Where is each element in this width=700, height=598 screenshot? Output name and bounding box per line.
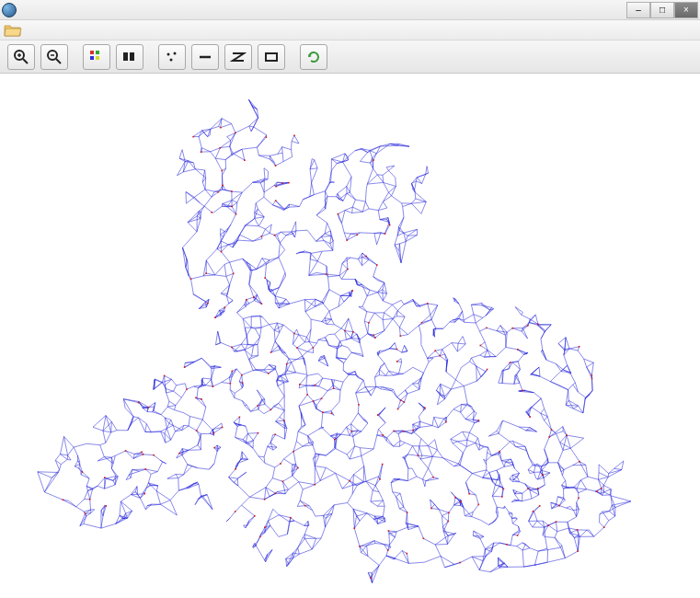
svg-rect-159 bbox=[220, 127, 222, 129]
svg-rect-134 bbox=[290, 517, 292, 519]
svg-rect-30 bbox=[270, 351, 272, 353]
svg-rect-81 bbox=[370, 577, 372, 579]
open-folder-icon[interactable] bbox=[4, 23, 22, 38]
svg-rect-190 bbox=[448, 512, 450, 514]
svg-rect-121 bbox=[280, 463, 281, 465]
svg-rect-135 bbox=[374, 337, 376, 339]
svg-rect-120 bbox=[454, 497, 456, 499]
svg-rect-38 bbox=[591, 378, 593, 380]
svg-rect-97 bbox=[293, 333, 295, 335]
svg-rect-128 bbox=[89, 499, 91, 500]
refresh-button[interactable] bbox=[300, 44, 327, 70]
svg-rect-43 bbox=[331, 413, 333, 415]
close-button[interactable]: × bbox=[674, 2, 698, 18]
svg-rect-200 bbox=[503, 489, 505, 490]
svg-rect-151 bbox=[242, 382, 244, 384]
svg-rect-131 bbox=[222, 170, 224, 172]
svg-rect-156 bbox=[201, 152, 202, 154]
bw-layers-icon bbox=[121, 49, 138, 65]
line-button[interactable] bbox=[191, 44, 219, 70]
svg-rect-21 bbox=[354, 528, 356, 530]
svg-rect-80 bbox=[282, 481, 284, 483]
minimize-button[interactable]: – bbox=[626, 2, 650, 18]
svg-rect-8 bbox=[96, 51, 99, 54]
bw-layers-button[interactable] bbox=[116, 44, 143, 70]
svg-rect-45 bbox=[373, 159, 374, 161]
window-titlebar: – □ × bbox=[0, 0, 700, 20]
svg-rect-198 bbox=[603, 526, 605, 528]
svg-rect-178 bbox=[313, 347, 315, 349]
svg-rect-143 bbox=[365, 256, 367, 258]
svg-rect-201 bbox=[537, 488, 539, 489]
svg-rect-150 bbox=[257, 405, 258, 407]
svg-rect-194 bbox=[542, 475, 544, 477]
svg-point-15 bbox=[170, 58, 173, 61]
svg-rect-98 bbox=[268, 373, 270, 374]
svg-rect-185 bbox=[244, 159, 246, 161]
svg-rect-73 bbox=[264, 277, 266, 279]
svg-rect-105 bbox=[427, 303, 429, 305]
svg-rect-11 bbox=[123, 52, 128, 61]
points-button[interactable] bbox=[158, 44, 186, 70]
rectangle-button[interactable] bbox=[258, 44, 285, 70]
maximize-button[interactable]: □ bbox=[650, 2, 674, 18]
main-toolbar bbox=[0, 40, 700, 74]
svg-rect-206 bbox=[579, 461, 580, 463]
svg-rect-94 bbox=[297, 467, 299, 469]
svg-rect-19 bbox=[430, 508, 432, 510]
svg-rect-137 bbox=[346, 239, 348, 241]
svg-rect-49 bbox=[235, 468, 236, 470]
color-layers-icon bbox=[88, 49, 105, 65]
svg-rect-122 bbox=[388, 530, 390, 532]
zoom-out-button[interactable] bbox=[40, 44, 68, 70]
svg-rect-110 bbox=[224, 306, 226, 308]
svg-rect-34 bbox=[529, 416, 531, 418]
svg-rect-119 bbox=[517, 349, 519, 351]
svg-rect-93 bbox=[82, 471, 84, 473]
svg-rect-87 bbox=[205, 272, 207, 274]
svg-rect-64 bbox=[275, 434, 277, 436]
svg-rect-79 bbox=[143, 454, 144, 455]
svg-rect-174 bbox=[148, 407, 150, 408]
svg-rect-175 bbox=[261, 236, 263, 237]
svg-rect-126 bbox=[125, 450, 127, 452]
svg-rect-95 bbox=[321, 397, 323, 399]
titlebar-left bbox=[2, 3, 20, 17]
svg-rect-96 bbox=[241, 374, 243, 376]
svg-rect-66 bbox=[522, 390, 523, 392]
svg-rect-89 bbox=[104, 477, 106, 478]
zigzag-button[interactable] bbox=[224, 44, 252, 70]
svg-rect-163 bbox=[579, 346, 580, 348]
svg-rect-44 bbox=[373, 335, 375, 337]
svg-rect-170 bbox=[192, 136, 194, 138]
svg-rect-9 bbox=[90, 56, 94, 60]
svg-rect-187 bbox=[254, 515, 256, 517]
map-canvas[interactable] bbox=[0, 74, 700, 598]
svg-rect-50 bbox=[527, 325, 529, 327]
svg-rect-27 bbox=[293, 451, 294, 453]
svg-rect-165 bbox=[400, 399, 402, 401]
color-layers-button[interactable] bbox=[83, 44, 110, 70]
svg-rect-199 bbox=[527, 488, 529, 489]
svg-rect-147 bbox=[403, 431, 405, 432]
svg-rect-192 bbox=[106, 505, 108, 507]
svg-rect-142 bbox=[396, 349, 398, 351]
svg-rect-182 bbox=[164, 375, 166, 377]
svg-rect-158 bbox=[235, 213, 237, 215]
zoom-in-button[interactable] bbox=[7, 44, 35, 70]
line-icon bbox=[197, 49, 213, 65]
svg-rect-157 bbox=[368, 322, 370, 324]
svg-rect-108 bbox=[153, 454, 155, 456]
svg-rect-127 bbox=[448, 521, 450, 523]
zigzag-icon bbox=[230, 49, 247, 65]
svg-rect-195 bbox=[601, 488, 602, 489]
svg-rect-117 bbox=[344, 330, 346, 332]
svg-rect-102 bbox=[397, 408, 399, 410]
svg-rect-141 bbox=[213, 432, 215, 434]
svg-point-14 bbox=[174, 52, 177, 54]
svg-rect-91 bbox=[404, 401, 406, 403]
svg-rect-113 bbox=[275, 493, 277, 495]
svg-rect-68 bbox=[143, 493, 145, 495]
svg-rect-166 bbox=[333, 387, 335, 389]
svg-rect-184 bbox=[468, 493, 470, 495]
